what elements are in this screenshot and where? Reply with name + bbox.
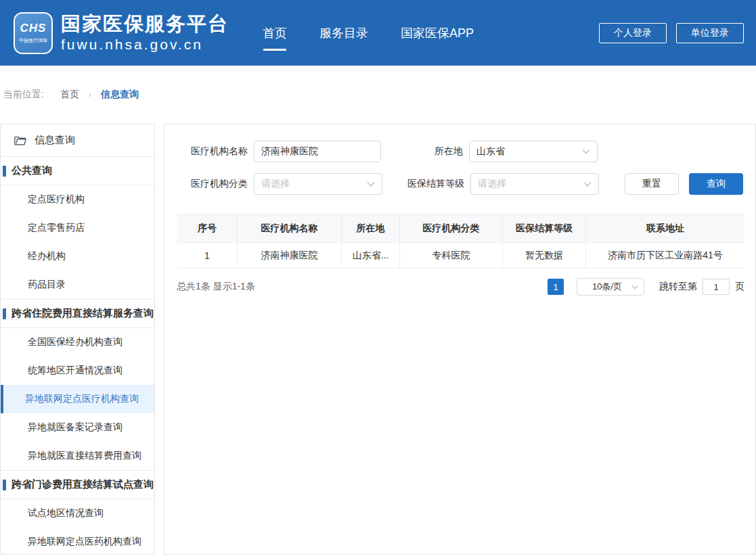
nav-item-service-catalog[interactable]: 服务目录 bbox=[318, 25, 370, 41]
sidebar-group-header-public-query: 公共查询 bbox=[1, 157, 154, 185]
sidebar-group-cross-province-outpatient: 跨省门诊费用直接结算试点查询 试点地区情况查询 异地联网定点医药机构查询 bbox=[1, 471, 154, 555]
filter-row-1: 医疗机构名称 所在地 山东省 bbox=[177, 141, 744, 162]
settlement-level-select[interactable]: 请选择 bbox=[470, 173, 599, 195]
active-nav-underline bbox=[263, 49, 286, 51]
sidebar-title: 信息查询 bbox=[1, 124, 154, 157]
pagination-controls: 1 10条/页 跳转至第 页 bbox=[548, 278, 744, 296]
cell-index: 1 bbox=[177, 243, 238, 269]
sidebar-item-drug-catalog[interactable]: 药品目录 bbox=[1, 271, 154, 299]
reset-button[interactable]: 重置 bbox=[625, 173, 679, 195]
cell-institution-name: 济南神康医院 bbox=[238, 243, 342, 269]
content-area: 信息查询 公共查询 定点医疗机构 定点零售药店 经办机构 药品目录 跨省住院费用… bbox=[0, 124, 756, 555]
sidebar: 信息查询 公共查询 定点医疗机构 定点零售药店 经办机构 药品目录 跨省住院费用… bbox=[0, 124, 155, 555]
search-button[interactable]: 查询 bbox=[689, 173, 743, 195]
location-select-value: 山东省 bbox=[476, 145, 582, 158]
location-select[interactable]: 山东省 bbox=[469, 141, 598, 162]
chevron-down-icon bbox=[583, 181, 592, 187]
unit-login-button[interactable]: 单位登录 bbox=[676, 23, 744, 43]
sidebar-item-remote-filing-record-query[interactable]: 异地就医备案记录查询 bbox=[1, 413, 154, 442]
brand-text: 国家医保服务平台 fuwu.nhsa.gov.cn bbox=[61, 13, 229, 53]
page-number-button[interactable]: 1 bbox=[548, 279, 564, 295]
nav-item-national-app[interactable]: 国家医保APP bbox=[399, 25, 475, 41]
settlement-level-label: 医保结算等级 bbox=[391, 178, 470, 190]
sidebar-item-pilot-region-query[interactable]: 试点地区情况查询 bbox=[1, 499, 154, 528]
table-header-row: 序号 医疗机构名称 所在地 医疗机构分类 医保结算等级 联系地址 bbox=[177, 214, 744, 243]
sidebar-item-remote-networked-pharmacy-query[interactable]: 异地联网定点医药机构查询 bbox=[1, 528, 154, 555]
nav-item-service-catalog-label: 服务目录 bbox=[319, 26, 368, 40]
sidebar-item-national-agency-query[interactable]: 全国医保经办机构查询 bbox=[1, 328, 154, 356]
sidebar-title-label: 信息查询 bbox=[35, 134, 75, 147]
site-title: 国家医保服务平台 bbox=[61, 13, 229, 35]
filter-row-2: 医疗机构分类 请选择 医保结算等级 请选择 重置 查询 bbox=[177, 173, 744, 195]
chevron-down-icon bbox=[582, 149, 590, 154]
sidebar-item-handling-agency[interactable]: 经办机构 bbox=[1, 242, 154, 271]
column-header-index: 序号 bbox=[177, 214, 238, 243]
breadcrumb-current-link[interactable]: 信息查询 bbox=[101, 89, 139, 101]
cell-location: 山东省... bbox=[342, 243, 400, 269]
page-jump: 跳转至第 页 bbox=[659, 279, 744, 295]
column-header-settlement-level: 医保结算等级 bbox=[503, 214, 586, 243]
site-url: fuwu.nhsa.gov.cn bbox=[61, 37, 229, 53]
pagination: 总共1条 显示1-1条 1 10条/页 跳转至第 页 bbox=[177, 278, 744, 296]
breadcrumb-prefix: 当前位置: bbox=[3, 89, 44, 101]
chevron-down-icon bbox=[631, 285, 638, 289]
group-accent-bar bbox=[3, 480, 6, 490]
top-nav: 首页 服务目录 国家医保APP bbox=[261, 25, 505, 41]
logo-abbr: CHS bbox=[20, 22, 47, 35]
column-header-contact-address: 联系地址 bbox=[586, 214, 744, 243]
sidebar-item-designated-retail-pharmacy[interactable]: 定点零售药店 bbox=[1, 214, 154, 242]
sidebar-group-header-cross-province-inpatient: 跨省住院费用直接结算服务查询 bbox=[1, 300, 154, 328]
table-row: 1 济南神康医院 山东省... 专科医院 暂无数据 济南市历下区工业南路41号 bbox=[177, 243, 744, 269]
personal-login-button[interactable]: 个人登录 bbox=[599, 23, 667, 43]
institution-name-input[interactable] bbox=[254, 141, 381, 162]
results-table: 序号 医疗机构名称 所在地 医疗机构分类 医保结算等级 联系地址 1 济南神康医… bbox=[177, 214, 744, 269]
page-jump-prefix: 跳转至第 bbox=[659, 281, 697, 293]
group-accent-bar bbox=[3, 308, 6, 319]
breadcrumb: 当前位置: 首页 › 信息查询 bbox=[0, 66, 756, 102]
folder-icon bbox=[14, 135, 26, 145]
cell-contact-address: 济南市历下区工业南路41号 bbox=[586, 243, 744, 269]
sidebar-group-cross-province-inpatient: 跨省住院费用直接结算服务查询 全国医保经办机构查询 统筹地区开通情况查询 异地联… bbox=[1, 300, 154, 471]
nav-item-home[interactable]: 首页 bbox=[261, 25, 288, 41]
nav-item-national-app-label: 国家医保APP bbox=[401, 26, 474, 40]
location-label: 所在地 bbox=[389, 145, 469, 158]
sidebar-group-header-cross-province-outpatient: 跨省门诊费用直接结算试点查询 bbox=[1, 471, 154, 499]
page-size-value: 10条/页 bbox=[583, 281, 631, 293]
column-header-institution-name: 医疗机构名称 bbox=[238, 214, 342, 243]
chs-logo-icon: CHS 中国医疗保障 bbox=[14, 12, 53, 54]
column-header-category: 医疗机构分类 bbox=[400, 214, 503, 243]
sidebar-item-region-opening-query[interactable]: 统筹地区开通情况查询 bbox=[1, 356, 154, 385]
page: CHS 中国医疗保障 国家医保服务平台 fuwu.nhsa.gov.cn 首页 … bbox=[0, 0, 756, 556]
nav-item-home-label: 首页 bbox=[263, 26, 287, 40]
breadcrumb-home-link[interactable]: 首页 bbox=[60, 89, 79, 101]
institution-category-select[interactable]: 请选择 bbox=[254, 173, 382, 195]
sidebar-item-designated-medical-institution[interactable]: 定点医疗机构 bbox=[1, 185, 154, 214]
top-header: CHS 中国医疗保障 国家医保服务平台 fuwu.nhsa.gov.cn 首页 … bbox=[0, 0, 756, 66]
sidebar-item-remote-networked-medical-institution-query[interactable]: 异地联网定点医疗机构查询 bbox=[1, 385, 154, 413]
institution-category-placeholder: 请选择 bbox=[261, 178, 367, 190]
breadcrumb-separator-icon: › bbox=[89, 90, 91, 99]
main-panel: 医疗机构名称 所在地 山东省 医疗机构分类 请选择 bbox=[164, 124, 756, 555]
institution-name-label: 医疗机构名称 bbox=[177, 145, 254, 158]
sidebar-group-public-query: 公共查询 定点医疗机构 定点零售药店 经办机构 药品目录 bbox=[1, 157, 154, 300]
page-jump-suffix: 页 bbox=[735, 281, 744, 293]
group-accent-bar bbox=[3, 166, 6, 177]
cell-settlement-level: 暂无数据 bbox=[503, 243, 586, 269]
page-jump-input[interactable] bbox=[703, 279, 730, 295]
page-size-select[interactable]: 10条/页 bbox=[577, 278, 644, 296]
brand[interactable]: CHS 中国医疗保障 国家医保服务平台 fuwu.nhsa.gov.cn bbox=[14, 12, 229, 54]
institution-category-label: 医疗机构分类 bbox=[177, 178, 254, 190]
auth-buttons: 个人登录 单位登录 bbox=[590, 23, 744, 43]
pagination-summary: 总共1条 显示1-1条 bbox=[177, 281, 255, 293]
column-header-location: 所在地 bbox=[342, 214, 400, 243]
logo-caption: 中国医疗保障 bbox=[19, 37, 47, 44]
chevron-down-icon bbox=[367, 181, 375, 187]
settlement-level-placeholder: 请选择 bbox=[478, 178, 583, 190]
sidebar-item-remote-settlement-cost-query[interactable]: 异地就医直接结算费用查询 bbox=[1, 442, 154, 470]
cell-category: 专科医院 bbox=[400, 243, 503, 269]
